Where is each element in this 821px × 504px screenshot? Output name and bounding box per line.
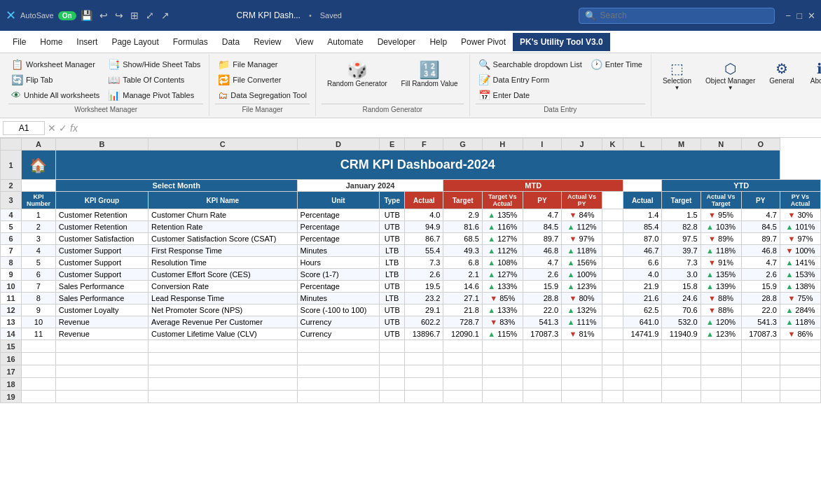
undo-icon[interactable]: ↩ [99, 10, 108, 21]
expand-icon[interactable]: ⤢ [146, 10, 154, 21]
menu-page-layout[interactable]: Page Layout [104, 33, 165, 51]
redo-icon[interactable]: ↪ [115, 10, 123, 21]
fill-random-btn[interactable]: 🔢 Fill Random Value [396, 57, 464, 90]
selection-btn[interactable]: ⬚ Selection ▼ [657, 57, 697, 113]
kpi-name-cell: Conversion Rate [149, 281, 297, 293]
cell-reference[interactable]: A1 [3, 121, 45, 135]
col-i[interactable]: I [523, 139, 561, 150]
data-segregation-btn[interactable]: 🗂 Data Segregation Tool [215, 88, 310, 102]
menu-pk-utility[interactable]: PK's Utility Tool V3.0 [513, 33, 610, 51]
data-seg-label: Data Segregation Tool [230, 91, 307, 99]
col-m[interactable]: M [662, 139, 701, 150]
mtd-avpy-cell: ▼ 80% [562, 293, 602, 304]
mtd-tva-cell: ▲ 115% [482, 328, 523, 340]
kpi-name-header: KPI Name [149, 192, 297, 209]
type-cell: UTB [380, 328, 405, 340]
file-manager-btn[interactable]: 📁 File Manager [215, 57, 310, 71]
col-o[interactable]: O [741, 139, 780, 150]
data-row: 10 7 Sales Performance Conversion Rate P… [1, 281, 821, 293]
col-a[interactable]: A [22, 139, 56, 150]
up-arrow: ▲ [785, 258, 793, 267]
menu-data[interactable]: Data [215, 33, 247, 51]
worksheet-manager-icon: 📋 [11, 59, 23, 70]
menu-review[interactable]: Review [247, 33, 288, 51]
mtd-actual-cell: 19.5 [405, 281, 443, 293]
mtd-tva-cell: ▲ 133% [482, 304, 523, 316]
file-converter-btn[interactable]: 🔁 File Converter [215, 73, 310, 87]
menu-developer[interactable]: Developer [371, 33, 423, 51]
menu-power-pivot[interactable]: Power Pivot [454, 33, 513, 51]
kpi-group-header: KPI Group [55, 192, 148, 209]
col-k[interactable]: K [602, 139, 623, 150]
ytd-avt-header: Actual VsTarget [701, 192, 741, 209]
up-arrow: ▲ [785, 223, 793, 231]
about-btn[interactable]: ℹ About [803, 57, 821, 113]
spreadsheet-wrapper[interactable]: A B C D E F G H I J K L M N O [0, 138, 821, 504]
general-label: General [769, 77, 794, 85]
random-gen-btn[interactable]: 🎲 Random Generator [322, 57, 393, 90]
ytd-pvsa-cell: ▲ 153% [780, 269, 820, 281]
cursor-icon[interactable]: ↗ [161, 10, 170, 21]
mtd-actual-cell: 23.2 [405, 293, 443, 304]
enter-date-btn[interactable]: 📅 Enter Date [476, 88, 585, 102]
search-box[interactable]: 🔍 [579, 8, 775, 24]
menu-insert[interactable]: Insert [69, 33, 104, 51]
menu-formulas[interactable]: Formulas [166, 33, 215, 51]
col-d[interactable]: D [297, 139, 380, 150]
up-arrow: ▲ [567, 318, 574, 326]
col-n[interactable]: N [701, 139, 741, 150]
menu-home[interactable]: Home [33, 33, 69, 51]
search-input[interactable] [600, 10, 754, 20]
row-num-14: 14 [1, 328, 22, 340]
unhide-all-btn[interactable]: 👁 Unhide All worksheets [8, 88, 102, 102]
ytd-pvsa-cell: ▲ 141% [780, 257, 820, 269]
col-h[interactable]: H [482, 139, 523, 150]
close-icon[interactable]: ✕ [808, 10, 815, 21]
enter-time-btn[interactable]: 🕐 Enter Time [588, 57, 645, 71]
mtd-avpy-cell: ▲ 118% [562, 245, 602, 257]
ytd-target-cell: 3.0 [662, 269, 701, 281]
table-of-contents-btn[interactable]: 📖 Table Of Contents [105, 73, 203, 87]
col-g[interactable]: G [443, 139, 482, 150]
grid-icon[interactable]: ⊞ [130, 10, 139, 21]
unit-cell: Percentage [297, 209, 380, 221]
select-month-btn[interactable]: Select Month [55, 180, 297, 192]
col-j[interactable]: J [562, 139, 602, 150]
toc-label: Table Of Contents [123, 76, 184, 84]
selection-chevron: ▼ [675, 85, 680, 91]
searchable-dropdown-btn[interactable]: 🔍 Searchable dropdown List [476, 57, 585, 71]
menu-automate[interactable]: Automate [320, 33, 370, 51]
menu-file[interactable]: File [6, 33, 33, 51]
col-b[interactable]: B [55, 139, 148, 150]
maximize-icon[interactable]: □ [796, 10, 802, 21]
menu-help[interactable]: Help [422, 33, 454, 51]
type-cell: LTB [380, 257, 405, 269]
object-manager-label: Object Manager [705, 77, 755, 85]
col-l[interactable]: L [623, 139, 662, 150]
col-f[interactable]: F [405, 139, 443, 150]
col-e[interactable]: E [380, 139, 405, 150]
unit-cell: Hours [297, 257, 380, 269]
data-entry-group-label: Data Entry [476, 104, 645, 113]
autosave-toggle[interactable]: On [58, 11, 76, 20]
file-converter-label: File Converter [233, 76, 281, 84]
manage-pivot-btn[interactable]: 📊 Manage Pivot Tables [105, 88, 203, 102]
searchable-dropdown-label: Searchable dropdown List [493, 60, 582, 69]
up-arrow: ▲ [785, 306, 793, 314]
kpi-group-cell: Customer Support [55, 269, 148, 281]
row-2-num: 2 [1, 180, 22, 192]
menu-view[interactable]: View [289, 33, 321, 51]
data-entry-form-btn[interactable]: 📝 Data Entry Form [476, 73, 585, 87]
general-btn[interactable]: ⚙ General [764, 57, 800, 113]
flip-tab-btn[interactable]: 🔄 Flip Tab [8, 73, 102, 87]
unit-cell: Minutes [297, 293, 380, 304]
save-icon[interactable]: 💾 [81, 10, 92, 21]
selected-month: January 2024 [297, 180, 443, 192]
worksheet-manager-btn[interactable]: 📋 Worksheet Manager [8, 57, 102, 71]
object-manager-btn[interactable]: ⬡ Object Manager ▼ [700, 57, 761, 113]
col-c[interactable]: C [149, 139, 297, 150]
minimize-icon[interactable]: − [786, 10, 792, 21]
mtd-tva-cell: ▼ 85% [482, 293, 523, 304]
show-hide-tabs-btn[interactable]: 📑 Show/Hide Sheet Tabs [105, 57, 203, 71]
formula-input[interactable] [81, 122, 818, 134]
